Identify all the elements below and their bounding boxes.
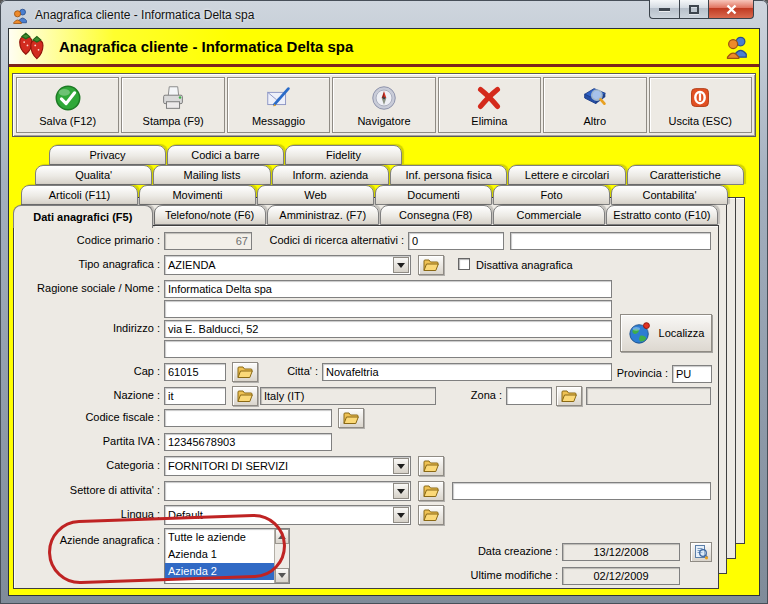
tipo-anagrafica-combo[interactable]: AZIENDA xyxy=(164,255,411,275)
toolbar-button-label: Elimina xyxy=(471,115,507,127)
ragione-sociale-field[interactable]: Informatica Delta spa xyxy=(164,280,612,298)
toolbar: Salva (F12) Stampa (F9) xyxy=(12,73,756,137)
folder-icon xyxy=(423,508,439,522)
tab-web[interactable]: Web xyxy=(257,185,374,205)
codici-ricerca-label: Codici di ricerca alternativi : xyxy=(244,234,404,246)
scroll-up-button[interactable] xyxy=(275,529,289,544)
print-button[interactable]: Stampa (F9) xyxy=(121,77,224,133)
more-button[interactable]: Altro xyxy=(543,77,646,133)
arrow-up-icon xyxy=(278,534,286,539)
settore-folder-button[interactable] xyxy=(418,481,444,501)
data-creazione-label: Data creazione : xyxy=(444,545,558,557)
provincia-field[interactable]: PU xyxy=(672,365,712,383)
lingua-folder-button[interactable] xyxy=(418,505,444,525)
disattiva-label: Disattiva anagrafica xyxy=(476,259,606,271)
compass-icon xyxy=(369,83,399,113)
chevron-down-icon[interactable] xyxy=(393,257,409,273)
categoria-folder-button[interactable] xyxy=(418,456,444,476)
codice-primario-field[interactable]: 67 xyxy=(164,232,252,250)
nazione-label: Nazione : xyxy=(14,389,160,401)
window-controls xyxy=(649,0,754,19)
lingua-combo[interactable]: Default xyxy=(164,505,411,525)
app-header: Anagrafica cliente - Informatica Delta s… xyxy=(9,29,759,67)
indirizzo-field[interactable]: via E. Balducci, 52 xyxy=(164,320,612,338)
toolbar-button-label: Messaggio xyxy=(252,115,305,127)
exit-button[interactable]: Uscita (ESC) xyxy=(649,77,752,133)
tab-documenti[interactable]: Documenti xyxy=(375,185,492,205)
nazione-desc-field: Italy (IT) xyxy=(260,387,436,405)
minimize-icon xyxy=(659,8,670,11)
nazione-folder-button[interactable] xyxy=(232,386,258,406)
scroll-down-button[interactable] xyxy=(275,568,289,583)
tab-qualita[interactable]: Qualita' xyxy=(35,165,152,185)
save-button[interactable]: Salva (F12) xyxy=(16,77,119,133)
view-log-button[interactable] xyxy=(690,542,712,562)
tab-dati-anagrafici[interactable]: Dati anagrafici (F5) xyxy=(13,205,153,228)
codici-ricerca-field-2[interactable] xyxy=(510,232,711,250)
tab-articoli[interactable]: Articoli (F11) xyxy=(21,185,138,205)
tab-foto[interactable]: Foto xyxy=(493,185,610,205)
strawberries-icon xyxy=(15,31,51,62)
tab-row-2: Qualita' Mailing lists Inform. azienda I… xyxy=(35,165,745,185)
app-window: Anagrafica cliente - Informatica Delta s… xyxy=(0,0,768,604)
tab-movimenti[interactable]: Movimenti xyxy=(139,185,256,205)
tab-inform-azienda[interactable]: Inform. azienda xyxy=(272,165,389,185)
codici-ricerca-field-1[interactable]: 0 xyxy=(408,232,504,250)
list-item-selected[interactable]: Azienda 2 xyxy=(165,563,274,580)
tab-mailing-lists[interactable]: Mailing lists xyxy=(153,165,270,185)
tab-caratteristiche[interactable]: Caratteristiche xyxy=(627,165,744,185)
aziende-anagrafica-label: Aziende anagrafica : xyxy=(14,534,160,546)
tab-row-3: Articoli (F11) Movimenti Web Documenti F… xyxy=(21,185,729,205)
list-item[interactable]: Azienda 1 xyxy=(165,546,274,563)
message-button[interactable]: Messaggio xyxy=(227,77,330,133)
partita-iva-field[interactable]: 12345678903 xyxy=(164,433,332,451)
zona-label: Zona : xyxy=(444,389,502,401)
tab-commerciale[interactable]: Commerciale xyxy=(493,205,605,225)
tab-fidelity[interactable]: Fidelity xyxy=(285,145,402,165)
cap-field[interactable]: 61015 xyxy=(164,363,226,381)
tab-estratto-conto[interactable]: Estratto conto (F10) xyxy=(606,205,718,225)
tab-amministraz[interactable]: Amministraz. (F7) xyxy=(267,205,379,225)
tab-codici-a-barre[interactable]: Codici a barre xyxy=(167,145,284,165)
nazione-field[interactable]: it xyxy=(164,387,226,405)
page-title: Anagrafica cliente - Informatica Delta s… xyxy=(59,38,353,55)
listbox-scrollbar[interactable] xyxy=(274,529,289,583)
zona-folder-button[interactable] xyxy=(556,386,582,406)
tab-privacy[interactable]: Privacy xyxy=(49,145,166,165)
tab-inf-persona-fisica[interactable]: Inf. persona fisica xyxy=(390,165,507,185)
dati-anagrafici-panel: Codice primario : 67 Codici di ricerca a… xyxy=(13,225,719,589)
folder-icon xyxy=(423,459,439,473)
codice-fiscale-folder-button[interactable] xyxy=(338,408,364,428)
chevron-down-icon[interactable] xyxy=(393,483,409,499)
citta-label: Citta' : xyxy=(244,365,318,377)
citta-field[interactable]: Novafeltria xyxy=(322,363,612,381)
window-frame: Anagrafica cliente - Informatica Delta s… xyxy=(8,28,760,596)
disattiva-checkbox[interactable] xyxy=(458,258,470,270)
navigator-button[interactable]: Navigatore xyxy=(332,77,435,133)
delete-button[interactable]: Elimina xyxy=(438,77,541,133)
indirizzo-label: Indirizzo : xyxy=(14,322,160,334)
tipo-anagrafica-value: AZIENDA xyxy=(168,259,216,271)
arrow-down-icon xyxy=(278,573,286,578)
tab-telefono-note[interactable]: Telefono/note (F6) xyxy=(154,205,266,225)
codice-fiscale-field[interactable] xyxy=(164,409,332,427)
tipo-anagrafica-folder-button[interactable] xyxy=(418,255,444,275)
categoria-combo[interactable]: FORNITORI DI SERVIZI xyxy=(164,456,411,476)
close-button[interactable] xyxy=(708,0,754,19)
settore-combo[interactable] xyxy=(164,481,411,501)
chevron-down-icon[interactable] xyxy=(393,458,409,474)
indirizzo-field-2[interactable] xyxy=(164,340,612,358)
localizza-button[interactable]: Localizza xyxy=(620,314,712,352)
zona-field[interactable] xyxy=(506,387,552,405)
aziende-anagrafica-listbox[interactable]: Tutte le aziende Azienda 1 Azienda 2 xyxy=(164,528,290,584)
chevron-down-icon[interactable] xyxy=(393,507,409,523)
tab-contabilita[interactable]: Contabilita' xyxy=(611,185,728,205)
settore-desc-field[interactable] xyxy=(452,482,711,500)
tab-consegna[interactable]: Consegna (F8) xyxy=(380,205,492,225)
users-icon xyxy=(724,34,751,59)
tab-lettere-e-circolari[interactable]: Lettere e circolari xyxy=(508,165,625,185)
ragione-sociale-field-2[interactable] xyxy=(164,300,612,318)
list-item[interactable]: Tutte le aziende xyxy=(165,529,274,546)
maximize-button[interactable] xyxy=(679,0,708,19)
minimize-button[interactable] xyxy=(649,0,679,19)
